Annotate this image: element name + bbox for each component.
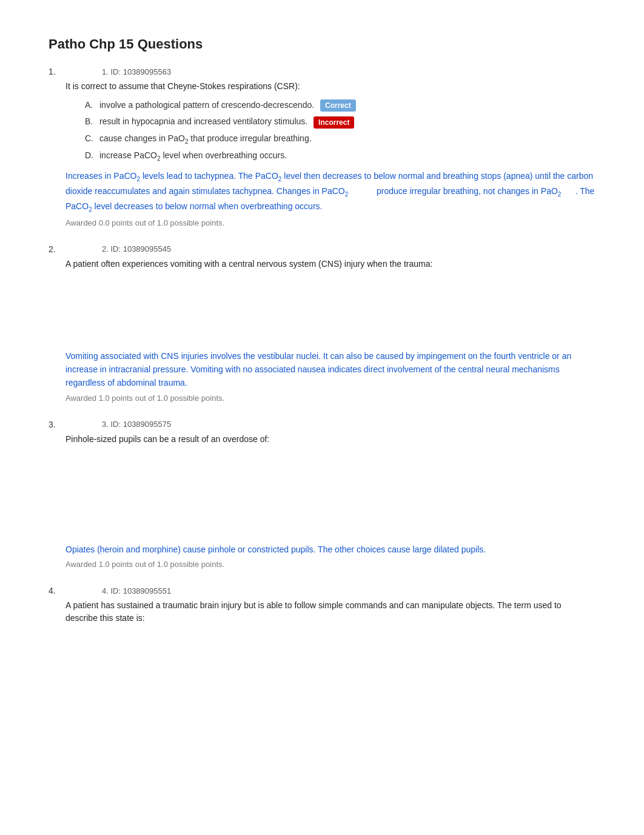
question-3-options-area	[49, 452, 595, 543]
question-2-id: 2. ID: 10389095545	[102, 244, 171, 253]
question-2-options-area	[49, 277, 595, 349]
option-a-letter: A.	[85, 99, 99, 112]
question-1-options: A. involve a pathological pattern of cre…	[85, 99, 595, 163]
page-title: Patho Chp 15 Questions	[49, 36, 595, 52]
option-c: C. cause changes in PaO2 that produce ir…	[85, 132, 595, 146]
option-a-text: involve a pathological pattern of cresce…	[99, 99, 356, 112]
question-3-awarded: Awarded 1.0 points out of 1.0 possible p…	[65, 560, 595, 569]
option-d-letter: D.	[85, 149, 99, 162]
question-2-number: 2.	[49, 244, 65, 254]
question-4-number: 4.	[49, 586, 65, 595]
question-2: 2. 2. ID: 10389095545 A patient often ex…	[49, 244, 595, 403]
question-1-text: It is correct to assume that Cheyne-Stok…	[65, 80, 595, 93]
question-3-number: 3.	[49, 420, 65, 429]
option-b-text: result in hypocapnia and increased venti…	[99, 115, 354, 128]
question-1: 1. 1. ID: 10389095563 It is correct to a…	[49, 67, 595, 227]
question-4-text: A patient has sustained a traumatic brai…	[65, 599, 595, 625]
question-3-explanation: Opiates (heroin and morphine) cause pinh…	[65, 543, 595, 556]
question-1-explanation: Increases in PaCO2 levels lead to tachyp…	[65, 169, 595, 214]
question-2-explanation: Vomiting associated with CNS injuries in…	[65, 349, 595, 390]
option-b-letter: B.	[85, 115, 99, 128]
option-a-badge: Correct	[320, 99, 356, 112]
option-c-text: cause changes in PaO2 that produce irreg…	[99, 132, 312, 146]
question-1-awarded: Awarded 0.0 points out of 1.0 possible p…	[65, 218, 595, 227]
option-b-badge: Incorrect	[314, 116, 354, 129]
question-2-text: A patient often experiences vomiting wit…	[65, 258, 595, 270]
question-3-id: 3. ID: 10389095575	[102, 420, 171, 429]
question-1-id: 1. ID: 10389095563	[102, 67, 171, 76]
option-d-text: increase PaCO2 level when overbreathing …	[99, 149, 287, 163]
question-2-awarded: Awarded 1.0 points out of 1.0 possible p…	[65, 394, 595, 403]
option-c-letter: C.	[85, 132, 99, 145]
question-3-text: Pinhole-sized pupils can be a result of …	[65, 433, 595, 446]
option-d: D. increase PaCO2 level when overbreathi…	[85, 149, 595, 163]
question-3: 3. 3. ID: 10389095575 Pinhole-sized pupi…	[49, 420, 595, 569]
option-b: B. result in hypocapnia and increased ve…	[85, 115, 595, 128]
question-1-number: 1.	[49, 67, 65, 76]
question-4-id: 4. ID: 10389095551	[102, 586, 171, 595]
option-a: A. involve a pathological pattern of cre…	[85, 99, 595, 112]
question-4: 4. 4. ID: 10389095551 A patient has sust…	[49, 586, 595, 625]
